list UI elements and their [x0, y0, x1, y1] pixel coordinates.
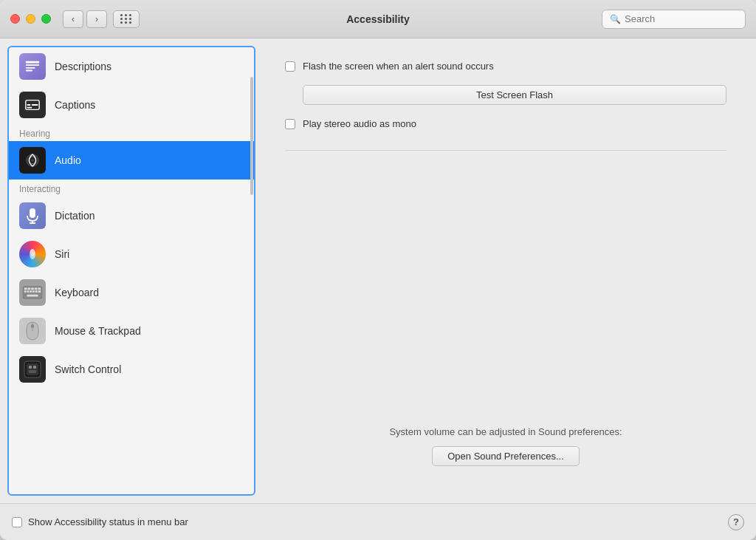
maximize-button[interactable]	[41, 14, 51, 24]
svg-rect-27	[35, 290, 38, 293]
svg-rect-28	[38, 290, 41, 293]
sidebar: Descriptions Captions Hearing Audio Inte…	[7, 46, 255, 496]
main-content: Descriptions Captions Hearing Audio Inte…	[0, 38, 756, 503]
keyboard-label: Keyboard	[55, 287, 99, 298]
svg-rect-11	[30, 208, 35, 218]
grid-view-button[interactable]	[113, 10, 140, 28]
mono-label: Play stereo audio as mono	[303, 118, 416, 129]
switch-control-icon	[19, 356, 46, 383]
sound-pref-label: System volume can be adjusted in Sound p…	[285, 426, 726, 437]
svg-rect-6	[32, 104, 38, 106]
captions-icon	[19, 92, 46, 118]
keyboard-icon	[19, 279, 46, 306]
sidebar-item-siri[interactable]: Siri	[9, 235, 254, 273]
divider	[285, 150, 726, 151]
grid-dots-icon	[120, 14, 132, 24]
svg-rect-37	[29, 370, 36, 373]
svg-point-16	[30, 249, 35, 256]
svg-rect-0	[26, 61, 39, 64]
descriptions-label: Descriptions	[55, 61, 111, 72]
titlebar: ‹ › Accessibility 🔍	[0, 0, 756, 38]
svg-rect-5	[27, 104, 31, 106]
svg-rect-21	[35, 287, 38, 290]
scrollbar-thumb[interactable]	[250, 77, 253, 195]
svg-rect-7	[27, 107, 32, 109]
svg-point-10	[31, 159, 34, 162]
nav-buttons: ‹ ›	[63, 10, 107, 28]
window: ‹ › Accessibility 🔍 Descriptions	[0, 0, 756, 540]
svg-rect-35	[29, 366, 32, 369]
mouse-icon	[19, 318, 46, 344]
search-bar[interactable]: 🔍	[602, 10, 746, 29]
section-label-interacting: Interacting	[9, 180, 254, 196]
sidebar-item-audio[interactable]: Audio	[9, 141, 254, 180]
mouse-label: Mouse & Trackpad	[55, 325, 141, 337]
descriptions-icon	[19, 53, 46, 80]
nav-back-button[interactable]: ‹	[63, 10, 83, 28]
svg-rect-26	[32, 290, 35, 293]
sidebar-item-dictation[interactable]: Dictation	[9, 196, 254, 235]
traffic-lights	[10, 14, 51, 24]
footer: Show Accessibility status in menu bar ?	[0, 503, 756, 540]
nav-forward-button[interactable]: ›	[86, 10, 107, 28]
svg-rect-23	[24, 290, 27, 293]
svg-rect-24	[27, 290, 30, 293]
window-title: Accessibility	[346, 13, 410, 25]
mono-checkbox[interactable]	[285, 119, 295, 129]
search-icon: 🔍	[610, 14, 621, 24]
svg-rect-29	[27, 295, 38, 297]
svg-rect-22	[38, 287, 41, 290]
audio-label: Audio	[55, 154, 81, 166]
sidebar-item-keyboard[interactable]: Keyboard	[9, 273, 254, 312]
open-sound-preferences-button[interactable]: Open Sound Preferences...	[432, 446, 580, 466]
svg-rect-18	[24, 287, 27, 290]
dictation-label: Dictation	[55, 210, 94, 222]
bottom-section: System volume can be adjusted in Sound p…	[285, 426, 726, 466]
svg-rect-1	[26, 64, 39, 66]
mono-option-row: Play stereo audio as mono	[285, 118, 726, 129]
status-checkbox-row: Show Accessibility status in menu bar	[12, 516, 188, 527]
sidebar-item-captions[interactable]: Captions	[9, 86, 254, 124]
svg-rect-3	[26, 70, 32, 72]
siri-label: Siri	[55, 248, 69, 260]
close-button[interactable]	[10, 14, 20, 24]
right-panel: Flash the screen when an alert sound occ…	[255, 38, 756, 503]
flash-checkbox[interactable]	[285, 61, 295, 72]
search-input[interactable]	[625, 13, 738, 24]
svg-rect-36	[33, 366, 36, 369]
switch-control-label: Switch Control	[55, 363, 121, 375]
status-checkbox[interactable]	[12, 517, 22, 527]
flash-option-row: Flash the screen when an alert sound occ…	[285, 61, 726, 72]
captions-label: Captions	[55, 99, 95, 111]
flash-label: Flash the screen when an alert sound occ…	[303, 61, 494, 72]
help-button[interactable]: ?	[728, 514, 744, 530]
status-label: Show Accessibility status in menu bar	[28, 516, 188, 527]
section-label-hearing: Hearing	[9, 124, 254, 141]
svg-rect-2	[26, 67, 35, 69]
siri-icon	[19, 241, 46, 267]
sidebar-item-mouse[interactable]: Mouse & Trackpad	[9, 312, 254, 350]
svg-rect-20	[31, 287, 34, 290]
dictation-icon	[19, 202, 46, 229]
svg-rect-19	[27, 287, 30, 290]
svg-rect-32	[31, 324, 34, 328]
sidebar-item-descriptions[interactable]: Descriptions	[9, 47, 254, 86]
audio-icon	[19, 147, 46, 174]
minimize-button[interactable]	[26, 14, 35, 24]
svg-rect-25	[30, 290, 32, 293]
test-screen-flash-button[interactable]: Test Screen Flash	[303, 85, 726, 105]
svg-rect-34	[27, 363, 38, 375]
sidebar-item-switch-control[interactable]: Switch Control	[9, 350, 254, 389]
